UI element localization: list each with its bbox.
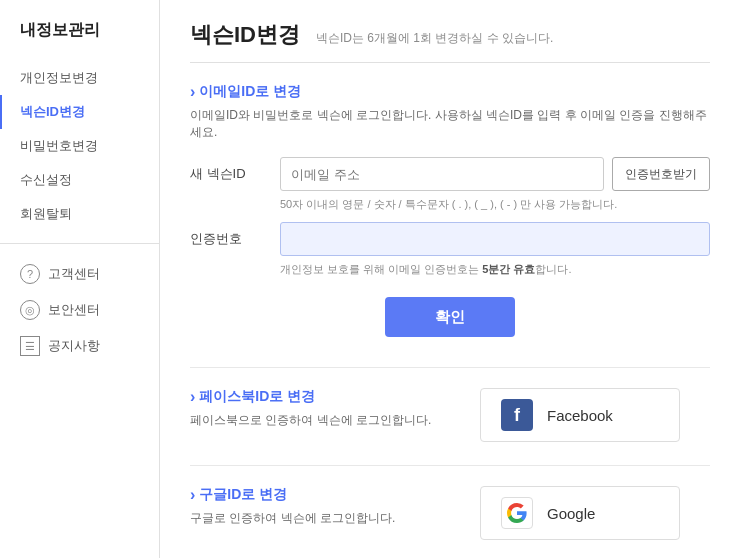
header-divider <box>190 62 710 63</box>
main-content: 넥슨ID변경 넥슨ID는 6개월에 1회 변경하실 수 있습니다. 이메일ID로… <box>160 0 740 558</box>
verification-hint: 개인정보 보호를 위해 이메일 인증번호는 5분간 유효합니다. <box>280 262 710 277</box>
verification-label: 인증번호 <box>190 230 280 248</box>
nexon-id-input[interactable] <box>280 157 604 191</box>
page-header: 넥슨ID변경 넥슨ID는 6개월에 1회 변경하실 수 있습니다. <box>190 20 710 50</box>
sidebar-item-personal[interactable]: 개인정보변경 <box>0 61 159 95</box>
security-icon: ◎ <box>20 300 40 320</box>
page-title: 넥슨ID변경 <box>190 20 300 50</box>
google-desc: 구글로 인증하여 넥슨에 로그인합니다. <box>190 510 440 527</box>
verification-input[interactable] <box>280 222 710 256</box>
confirm-button-wrap: 확인 <box>190 297 710 337</box>
sidebar-item-password[interactable]: 비밀번호변경 <box>0 129 159 163</box>
sidebar-divider <box>0 243 159 244</box>
facebook-button[interactable]: f Facebook <box>480 388 680 442</box>
nexon-id-label: 새 넥슨ID <box>190 165 280 183</box>
email-section-desc: 이메일ID와 비밀번호로 넥슨에 로그인합니다. 사용하실 넥슨ID를 입력 후… <box>190 107 710 141</box>
question-icon: ? <box>20 264 40 284</box>
facebook-left: 페이스북ID로 변경 페이스북으로 인증하여 넥슨에 로그인합니다. <box>190 388 440 445</box>
google-section: 구글ID로 변경 구글로 인증하여 넥슨에 로그인합니다. Google <box>190 486 710 543</box>
google-title: 구글ID로 변경 <box>190 486 440 504</box>
sidebar-item-notice[interactable]: ☰ 공지사항 <box>0 328 159 364</box>
sidebar-title: 내정보관리 <box>0 20 159 61</box>
sidebar-item-receive[interactable]: 수신설정 <box>0 163 159 197</box>
nexon-id-row: 새 넥슨ID 인증번호받기 <box>190 157 710 191</box>
verification-row: 인증번호 <box>190 222 710 256</box>
sidebar: 내정보관리 개인정보변경 넥슨ID변경 비밀번호변경 수신설정 회원탈퇴 ? 고… <box>0 0 160 558</box>
facebook-title: 페이스북ID로 변경 <box>190 388 440 406</box>
sidebar-item-nexon-id[interactable]: 넥슨ID변경 <box>0 95 159 129</box>
sidebar-item-security[interactable]: ◎ 보안센터 <box>0 292 159 328</box>
email-section: 이메일ID로 변경 이메일ID와 비밀번호로 넥슨에 로그인합니다. 사용하실 … <box>190 83 710 337</box>
google-button[interactable]: Google <box>480 486 680 540</box>
confirm-button[interactable]: 확인 <box>385 297 515 337</box>
page-subtitle: 넥슨ID는 6개월에 1회 변경하실 수 있습니다. <box>316 30 553 47</box>
facebook-right: f Facebook <box>480 388 710 442</box>
verify-button[interactable]: 인증번호받기 <box>612 157 710 191</box>
google-left: 구글ID로 변경 구글로 인증하여 넥슨에 로그인합니다. <box>190 486 440 543</box>
facebook-section: 페이스북ID로 변경 페이스북으로 인증하여 넥슨에 로그인합니다. f Fac… <box>190 388 710 445</box>
notice-icon: ☰ <box>20 336 40 356</box>
google-right: Google <box>480 486 710 540</box>
nexon-id-hint: 50자 이내의 영문 / 숫자 / 특수문자 ( . ), ( _ ), ( -… <box>280 197 710 212</box>
sidebar-item-withdraw[interactable]: 회원탈퇴 <box>0 197 159 231</box>
google-icon <box>501 497 533 529</box>
section-divider-1 <box>190 367 710 368</box>
facebook-icon: f <box>501 399 533 431</box>
section-divider-2 <box>190 465 710 466</box>
sidebar-item-customer-center[interactable]: ? 고객센터 <box>0 256 159 292</box>
email-section-title: 이메일ID로 변경 <box>190 83 710 101</box>
facebook-desc: 페이스북으로 인증하여 넥슨에 로그인합니다. <box>190 412 440 429</box>
